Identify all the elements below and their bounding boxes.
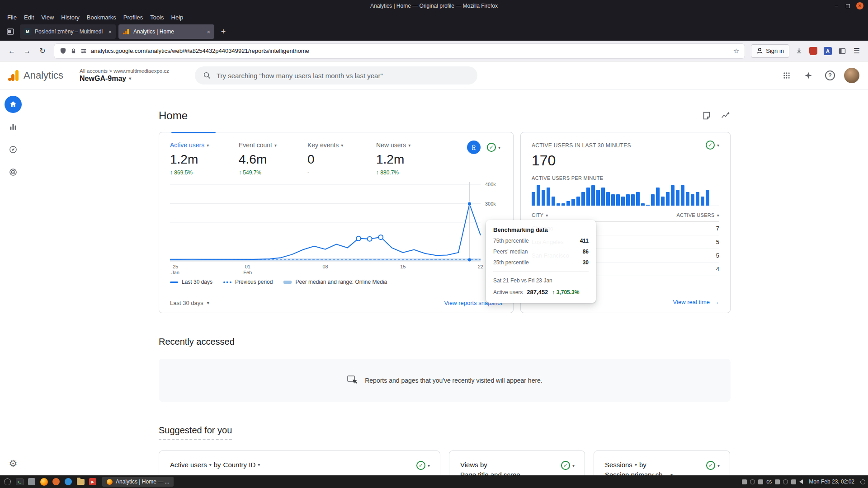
menu-profiles[interactable]: Profiles <box>120 13 146 22</box>
user-avatar[interactable] <box>843 66 861 84</box>
metric-event-count[interactable]: Event count▾ 4.6m ↑ 549.7% <box>239 141 307 176</box>
minimize-button[interactable]: – <box>833 3 840 9</box>
tray-icon[interactable] <box>750 479 755 484</box>
benchmark-award-icon <box>470 144 477 151</box>
menu-file[interactable]: File <box>4 13 20 22</box>
tab-posledni-zmeny[interactable]: M Poslední změny – Multimedi × <box>20 24 116 39</box>
insights-icon[interactable] <box>721 111 731 121</box>
card-dimension[interactable]: Sessions <box>605 461 632 469</box>
legend-label: Last 30 days <box>182 279 212 285</box>
search-input[interactable] <box>217 72 469 80</box>
active-users-column-header[interactable]: ACTIVE USERS ▾ <box>676 212 719 218</box>
tray-icon[interactable] <box>742 479 747 484</box>
menu-history[interactable]: History <box>57 13 83 22</box>
data-quality-dropdown[interactable]: ✓ ▾ <box>416 461 430 470</box>
keyboard-layout-indicator[interactable]: cs <box>766 479 772 485</box>
suggested-card-active-users-by-country[interactable]: Active users ▾ by Country ID ▾ ✓ ▾ <box>159 450 440 475</box>
data-quality-dropdown[interactable]: ✓ ▾ <box>706 461 720 470</box>
tab-analytics-home[interactable]: Analytics | Home × <box>118 24 214 39</box>
menu-help[interactable]: Help <box>168 13 187 22</box>
sidebar-item-reports[interactable] <box>5 118 22 136</box>
taskbar-window-button[interactable]: Analytics | Home — ... <box>102 477 174 487</box>
card-breakdown[interactable]: Country ID <box>223 461 256 469</box>
card-dimension[interactable]: Active users <box>170 461 207 469</box>
maximize-button[interactable] <box>846 4 850 8</box>
folder-icon[interactable] <box>76 477 85 486</box>
sidebar-panel-icon[interactable] <box>835 44 849 58</box>
terminal-icon[interactable]: >_ <box>15 477 24 486</box>
firefox-signin-button[interactable]: Sign in <box>751 44 789 58</box>
reload-button[interactable]: ↻ <box>35 44 50 58</box>
sidebar-item-home[interactable] <box>5 96 22 113</box>
new-tab-button[interactable]: + <box>217 25 230 38</box>
close-button[interactable]: ✕ <box>856 2 863 9</box>
data-quality-dropdown[interactable]: ✓ ▾ <box>561 461 575 470</box>
tracking-protection-shield-icon[interactable] <box>60 47 66 54</box>
bookmark-star-icon[interactable]: ☆ <box>733 47 739 55</box>
window-titlebar[interactable]: Analytics | Home — Original profile — Mo… <box>0 0 868 12</box>
realtime-bar <box>661 197 665 206</box>
tray-icon[interactable] <box>758 479 763 484</box>
metric-key-events[interactable]: Key events▾ 0 - <box>307 141 376 176</box>
overview-chart[interactable]: 25Jan01Feb081522400k300k <box>170 178 502 278</box>
caret-down-icon: ▾ <box>258 462 260 467</box>
help-icon[interactable]: ? <box>821 66 839 84</box>
window-title: Analytics | Home — Original profile — Mo… <box>370 3 498 9</box>
data-quality-dropdown[interactable]: ✓ ▾ <box>706 141 719 150</box>
tray-icon[interactable] <box>775 479 780 484</box>
city-column-header[interactable]: CITY ▾ <box>532 212 548 218</box>
caret-down-icon: ▾ <box>408 143 410 148</box>
card-dimension[interactable]: Views by <box>460 461 487 469</box>
sidebar-item-explore[interactable] <box>5 141 22 158</box>
tab-close-icon[interactable]: × <box>108 28 112 35</box>
ga-assistant-sparkle-icon[interactable] <box>799 66 817 84</box>
sidebar-item-advertising[interactable] <box>5 164 22 181</box>
file-manager-icon[interactable] <box>27 477 36 486</box>
tray-icon[interactable] <box>791 479 796 484</box>
suggested-card-sessions-by-channel[interactable]: Sessions ▾ by Session primary ch... ▾ ✓ … <box>594 450 730 475</box>
benchmarking-button[interactable] <box>467 141 481 154</box>
notifications-icon[interactable] <box>860 479 865 484</box>
active-metric-indicator <box>171 132 216 133</box>
realtime-bar <box>591 185 595 206</box>
volume-icon[interactable] <box>799 479 803 484</box>
app-blue-icon[interactable] <box>64 477 73 486</box>
ga-search-bar[interactable] <box>195 66 477 84</box>
downloads-icon[interactable] <box>792 44 806 58</box>
forward-button[interactable]: → <box>20 44 34 58</box>
menu-edit[interactable]: Edit <box>20 13 38 22</box>
realtime-table-header: CITY ▾ ACTIVE USERS ▾ <box>532 206 719 222</box>
url-input[interactable] <box>91 47 729 54</box>
media-player-icon[interactable]: ▶ <box>88 477 97 486</box>
menu-tools[interactable]: Tools <box>146 13 167 22</box>
lock-icon[interactable] <box>71 48 76 54</box>
ublock-extension-icon[interactable] <box>807 44 820 58</box>
card-breakdown[interactable]: Session primary ch... <box>605 471 668 475</box>
url-bar[interactable]: ☆ <box>54 44 745 58</box>
show-apps-icon[interactable] <box>3 477 12 486</box>
translate-extension-icon[interactable]: A <box>821 44 835 58</box>
metric-new-users[interactable]: New users▾ 1.2m ↑ 880.7% <box>376 141 445 176</box>
tab-close-icon[interactable]: × <box>207 28 210 35</box>
app-menu-icon[interactable]: ☰ <box>850 44 863 58</box>
notes-icon[interactable] <box>702 111 712 121</box>
suggested-card-views-by-page-title[interactable]: Views by Page title and scree... ✓ ▾ <box>449 450 585 475</box>
menu-view[interactable]: View <box>38 13 57 22</box>
firefox-view-icon <box>7 28 14 35</box>
metric-active-users[interactable]: Active users▾ 1.2m ↑ 869.5% <box>170 141 239 176</box>
tray-icon[interactable] <box>783 479 788 484</box>
menu-bookmarks[interactable]: Bookmarks <box>83 13 120 22</box>
card-breakdown[interactable]: Page title and scree... <box>460 471 526 475</box>
firefox-icon[interactable] <box>39 477 48 486</box>
data-quality-dropdown[interactable]: ✓ ▾ <box>487 143 500 152</box>
admin-gear-icon[interactable]: ⚙ <box>9 458 18 469</box>
date-range-selector[interactable]: Last 30 days ▾ <box>170 300 209 306</box>
permissions-icon[interactable] <box>80 48 87 54</box>
back-button[interactable]: ← <box>5 44 19 58</box>
app-orange-icon[interactable] <box>52 477 61 486</box>
account-switcher[interactable]: All accounts > www.multimediaexpo.cz New… <box>80 68 169 83</box>
firefox-icon <box>107 479 113 485</box>
google-apps-grid-icon[interactable] <box>778 66 796 84</box>
taskbar-clock[interactable]: Mon Feb 23, 02:02 <box>809 479 854 485</box>
firefox-view-button[interactable] <box>4 25 17 38</box>
